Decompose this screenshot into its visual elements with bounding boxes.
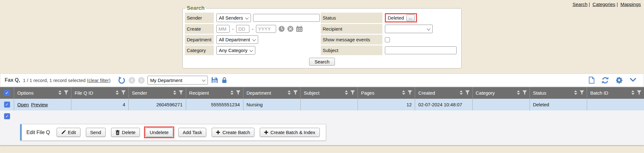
column-label: Category xyxy=(476,90,495,96)
open-link[interactable]: Open xyxy=(17,102,29,107)
sort-icon[interactable] xyxy=(574,90,577,96)
cell-created: 02-07-2024 10:48:07 xyxy=(415,99,472,110)
button-annotation-wrap: Undelete xyxy=(144,127,174,138)
button-annotation-wrap: Add Task xyxy=(177,127,208,138)
nav-link-mappings[interactable]: Mappings xyxy=(620,2,641,7)
sort-icon[interactable] xyxy=(631,90,635,96)
column-header-created[interactable]: Created xyxy=(415,87,472,99)
new-document-icon[interactable] xyxy=(588,76,595,84)
nav-link-categories[interactable]: Categories xyxy=(592,2,615,7)
column-header-sender[interactable]: Sender xyxy=(129,87,186,99)
clock-icon[interactable] xyxy=(278,26,285,32)
preview-link[interactable]: Preview xyxy=(31,102,48,107)
button-undelete[interactable]: Undelete xyxy=(145,128,173,137)
sort-icon[interactable] xyxy=(230,90,234,96)
category-select[interactable]: Any Category xyxy=(216,46,255,55)
nav-separator: | xyxy=(617,2,618,7)
filter-icon[interactable] xyxy=(580,90,584,96)
filter-icon[interactable] xyxy=(179,90,183,96)
filter-icon[interactable] xyxy=(293,90,298,96)
nav-link-search[interactable]: Search xyxy=(573,2,588,7)
collapse-chevron-icon[interactable] xyxy=(629,77,637,83)
column-label: Sender xyxy=(132,90,147,96)
button-add-task[interactable]: Add Task xyxy=(178,128,206,137)
previous-icon[interactable] xyxy=(129,77,135,84)
column-header-options[interactable]: Options xyxy=(14,87,71,99)
recipient-select[interactable] xyxy=(385,25,433,33)
show-message-events-checkbox[interactable] xyxy=(385,37,390,42)
cell-pages: 12 xyxy=(358,99,415,110)
select-all-checkbox[interactable] xyxy=(4,90,10,96)
sort-icon[interactable] xyxy=(517,90,520,96)
column-label: File Q ID xyxy=(75,90,93,96)
create-year-input[interactable] xyxy=(256,25,276,33)
results-toolbar: Fax Q, 1 / 1 record, 1 record selected (… xyxy=(0,74,644,87)
filter-icon[interactable] xyxy=(408,90,412,96)
button-delete[interactable]: Delete xyxy=(111,128,140,137)
search-panel: Search Sender All Senders Status Deleted… xyxy=(182,5,462,68)
button-send[interactable]: Send xyxy=(86,128,106,137)
row-checkbox[interactable] xyxy=(4,102,10,108)
filter-icon[interactable] xyxy=(465,90,470,96)
create-day-input[interactable] xyxy=(236,25,249,33)
save-icon[interactable] xyxy=(211,76,218,84)
department-select[interactable]: All Department xyxy=(216,35,258,44)
column-header-recipient[interactable]: Recipient xyxy=(186,87,243,99)
edit-panel-title: Edit File Q xyxy=(26,130,50,135)
sender-select[interactable]: All Senders xyxy=(216,14,251,22)
calendar-icon[interactable] xyxy=(296,26,303,32)
filter-icon[interactable] xyxy=(121,90,126,96)
column-header-status[interactable]: Status xyxy=(530,87,587,99)
column-header-batch-id[interactable]: Batch ID xyxy=(587,87,644,99)
results-section: Fax Q, 1 / 1 record, 1 record selected (… xyxy=(0,74,644,145)
undo-icon[interactable] xyxy=(118,76,126,84)
button-create-batch[interactable]: Create Batch xyxy=(212,128,254,137)
record-summary: 1 / 1 record, 1 record selected (clear f… xyxy=(23,78,110,83)
sort-icon[interactable] xyxy=(58,90,62,96)
column-header-subject[interactable]: Subject xyxy=(301,87,358,99)
next-icon[interactable] xyxy=(138,77,145,84)
column-header-file-q-id[interactable]: File Q ID xyxy=(71,87,129,99)
clear-filter-link[interactable]: clear filter xyxy=(88,78,109,83)
subject-label: Subject xyxy=(321,45,382,55)
sort-icon[interactable] xyxy=(287,90,291,96)
settings-gear-icon[interactable] xyxy=(615,76,623,84)
grid-title: Fax Q, xyxy=(5,77,20,83)
lock-icon[interactable] xyxy=(221,77,228,84)
create-label: Create xyxy=(185,24,214,34)
filter-icon[interactable] xyxy=(64,90,69,96)
subject-input[interactable] xyxy=(385,46,457,54)
toolbar-right-icons xyxy=(588,76,639,84)
create-month-input[interactable] xyxy=(216,25,230,33)
filter-icon[interactable] xyxy=(350,90,355,96)
column-header-pages[interactable]: Pages xyxy=(358,87,415,99)
button-annotation-wrap: Send xyxy=(85,127,107,138)
cell-recipient: 55555551234 xyxy=(186,99,243,110)
status-picker-button[interactable]: ... xyxy=(406,15,415,21)
sort-icon[interactable] xyxy=(402,90,405,96)
sort-icon[interactable] xyxy=(345,90,348,96)
cell-department: Nursing xyxy=(243,99,301,110)
footer-select-all-checkbox[interactable] xyxy=(4,113,10,119)
button-edit[interactable]: Edit xyxy=(57,128,80,137)
column-header-department[interactable]: Department xyxy=(243,87,301,99)
column-header-category[interactable]: Category xyxy=(473,87,530,99)
refresh-icon[interactable] xyxy=(601,76,609,84)
search-panel-title: Search xyxy=(186,5,206,11)
trash-icon xyxy=(115,130,120,135)
filter-icon[interactable] xyxy=(236,90,241,96)
sort-icon[interactable] xyxy=(115,90,119,96)
sort-icon[interactable] xyxy=(459,90,463,96)
column-label: Pages xyxy=(361,90,375,96)
filter-icon[interactable] xyxy=(637,90,641,96)
column-label: Department xyxy=(247,90,271,96)
sort-icon[interactable] xyxy=(173,90,176,96)
clear-date-icon[interactable] xyxy=(287,26,294,32)
edit-actions-panel: Edit File Q Edit Send Delete xyxy=(20,124,326,141)
sender-input[interactable] xyxy=(253,14,320,22)
view-department-select[interactable]: My Department xyxy=(147,76,208,85)
department-label: Department xyxy=(185,35,214,44)
filter-icon[interactable] xyxy=(522,90,527,96)
search-button[interactable]: Search xyxy=(309,58,335,66)
button-create-batch-index[interactable]: Create Batch & Index xyxy=(260,128,320,137)
